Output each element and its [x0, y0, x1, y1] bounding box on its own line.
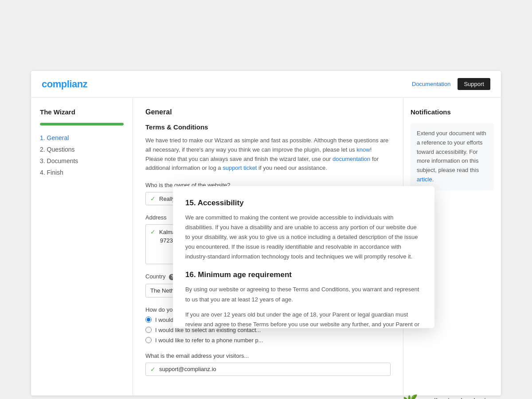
header-nav: Documentation Support: [412, 78, 490, 90]
popup-section-16-title: 16. Minimum age requirement: [185, 270, 422, 279]
notification-card: Extend your document with a reference to…: [411, 123, 494, 191]
notification-article-link[interactable]: article: [417, 176, 432, 183]
email-check-icon: ✓: [150, 366, 156, 373]
radio-phone[interactable]: I would like to refer to a phone number …: [145, 337, 391, 344]
support-ticket-link[interactable]: support ticket: [223, 164, 257, 171]
address-check-icon: ✓: [150, 228, 156, 235]
header: complianz Documentation Support: [31, 71, 501, 98]
radio-phone-label: I would like to refer to a phone number …: [155, 337, 263, 344]
email-label: What is the email address your visitors.…: [145, 352, 391, 359]
footer-brand-text: really simple plugins.: [422, 397, 497, 399]
progress-bar-track: [40, 123, 124, 125]
section-title: General: [145, 108, 391, 116]
documentation-link-body[interactable]: documentation: [332, 156, 370, 162]
notifications-title: Notifications: [411, 108, 494, 116]
sidebar-item-finish[interactable]: 4. Finish: [40, 169, 124, 176]
sidebar-title: The Wizard: [40, 108, 124, 116]
sidebar-nav: 1. General 2. Questions 3. Documents 4. …: [40, 134, 124, 176]
sidebar-item-documents[interactable]: 3. Documents: [40, 157, 124, 164]
sub-section-title: Terms & Conditions: [145, 123, 391, 131]
notification-text: Extend your document with a reference to…: [417, 130, 486, 173]
description-text: We have tried to make our Wizard as simp…: [145, 136, 391, 173]
email-input[interactable]: [159, 366, 386, 372]
popup-modal[interactable]: 15. Accessibility We are committed to ma…: [173, 186, 434, 328]
notification-suffix: .: [432, 176, 434, 183]
support-button[interactable]: Support: [458, 78, 490, 90]
email-input-wrapper: ✓: [145, 363, 391, 376]
footer-branding: 🌿 really simple plugins.: [403, 394, 497, 399]
page-wrapper: complianz Documentation Support The Wiza…: [0, 0, 532, 399]
radio-phone-input[interactable]: [145, 337, 152, 343]
popup-section-16-text-1: By using our website or agreeing to thes…: [185, 285, 422, 304]
owner-check-icon: ✓: [150, 195, 156, 202]
progress-bar-fill: [40, 123, 124, 125]
email-form-group: What is the email address your visitors.…: [145, 352, 391, 376]
popup-section-15-text-1: We are committed to making the content w…: [185, 213, 422, 262]
know-link[interactable]: know: [356, 146, 370, 153]
sidebar-item-general[interactable]: 1. General: [40, 134, 124, 141]
radio-existing-input[interactable]: [145, 327, 152, 333]
footer-logo-icon: 🌿: [403, 394, 418, 399]
sidebar: The Wizard 1. General 2. Questions 3. Do…: [31, 98, 133, 395]
popup-section-15-title: 15. Accessibility: [185, 199, 422, 207]
radio-email-input[interactable]: [145, 317, 152, 323]
country-label-text: Country: [145, 273, 166, 280]
documentation-link[interactable]: Documentation: [412, 81, 450, 87]
sidebar-item-questions[interactable]: 2. Questions: [40, 146, 124, 153]
popup-section-16-text-2: If you are over 12 years old but under t…: [185, 310, 422, 328]
logo: complianz: [42, 78, 87, 90]
